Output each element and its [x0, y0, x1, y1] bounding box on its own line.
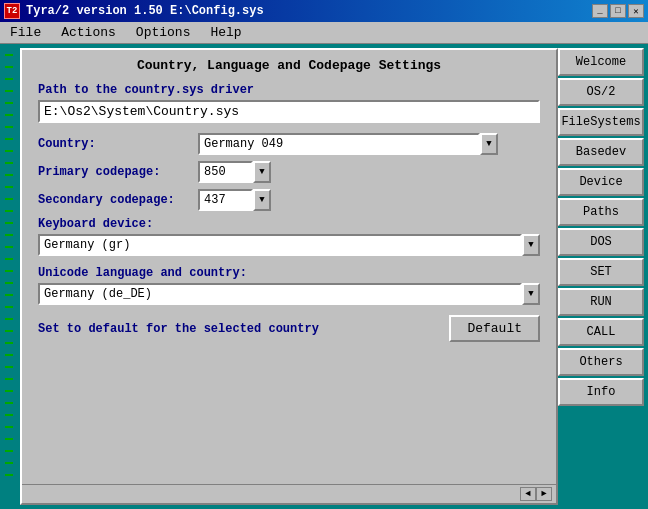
- minimize-button[interactable]: _: [592, 4, 608, 18]
- title-bar: T2 Tyra/2 version 1.50 E:\Config.sys _ □…: [0, 0, 648, 22]
- sidebar-tab-call[interactable]: CALL: [558, 318, 644, 346]
- unicode-dropdown: ▼: [38, 283, 540, 305]
- content-area: Country, Language and Codepage Settings …: [20, 48, 558, 505]
- close-button[interactable]: ✕: [628, 4, 644, 18]
- maximize-button[interactable]: □: [610, 4, 626, 18]
- form-content: Path to the country.sys driver Country: …: [22, 77, 556, 484]
- right-sidebar: Welcome OS/2 FileSystems Basedev Device …: [558, 44, 648, 509]
- primary-codepage-arrow[interactable]: ▼: [253, 161, 271, 183]
- sidebar-tab-paths[interactable]: Paths: [558, 198, 644, 226]
- secondary-codepage-label: Secondary codepage:: [38, 193, 198, 207]
- sidebar-tab-filesystems[interactable]: FileSystems: [558, 108, 644, 136]
- tick-marks: [2, 48, 16, 486]
- sidebar-tab-others[interactable]: Others: [558, 348, 644, 376]
- title-bar-left: T2 Tyra/2 version 1.50 E:\Config.sys: [4, 3, 264, 19]
- unicode-label: Unicode language and country:: [38, 266, 540, 280]
- sidebar-tab-os2[interactable]: OS/2: [558, 78, 644, 106]
- unicode-arrow[interactable]: ▼: [522, 283, 540, 305]
- title-buttons: _ □ ✕: [592, 4, 644, 18]
- keyboard-input[interactable]: [38, 234, 522, 256]
- bottom-scroll: ◄ ►: [22, 484, 556, 503]
- keyboard-arrow[interactable]: ▼: [522, 234, 540, 256]
- title-text: Tyra/2 version 1.50 E:\Config.sys: [26, 4, 264, 18]
- keyboard-dropdown: ▼: [38, 234, 540, 256]
- sidebar-tab-device[interactable]: Device: [558, 168, 644, 196]
- primary-codepage-row: Primary codepage: ▼: [38, 161, 540, 183]
- page-title: Country, Language and Codepage Settings: [22, 50, 556, 77]
- menu-file[interactable]: File: [4, 23, 47, 42]
- country-row: Country: ▼: [38, 133, 540, 155]
- menu-options[interactable]: Options: [130, 23, 197, 42]
- path-label: Path to the country.sys driver: [38, 83, 540, 97]
- default-row: Set to default for the selected country …: [38, 315, 540, 342]
- secondary-codepage-arrow[interactable]: ▼: [253, 189, 271, 211]
- menu-bar: File Actions Options Help: [0, 22, 648, 44]
- primary-codepage-input[interactable]: [198, 161, 253, 183]
- country-input[interactable]: [198, 133, 480, 155]
- main-window: Country, Language and Codepage Settings …: [0, 44, 648, 509]
- keyboard-label: Keyboard device:: [38, 217, 540, 231]
- secondary-codepage-row: Secondary codepage: ▼: [38, 189, 540, 211]
- country-arrow[interactable]: ▼: [480, 133, 498, 155]
- path-input[interactable]: [38, 100, 540, 123]
- sidebar-tab-basedev[interactable]: Basedev: [558, 138, 644, 166]
- sidebar-tab-run[interactable]: RUN: [558, 288, 644, 316]
- scroll-right-button[interactable]: ►: [536, 487, 552, 501]
- primary-codepage-label: Primary codepage:: [38, 165, 198, 179]
- default-text: Set to default for the selected country: [38, 322, 319, 336]
- primary-codepage-dropdown: ▼: [198, 161, 278, 183]
- left-gutter: [0, 44, 18, 509]
- country-label: Country:: [38, 137, 198, 151]
- scroll-left-button[interactable]: ◄: [520, 487, 536, 501]
- menu-actions[interactable]: Actions: [55, 23, 122, 42]
- menu-help[interactable]: Help: [204, 23, 247, 42]
- country-dropdown: ▼: [198, 133, 498, 155]
- sidebar-tab-welcome[interactable]: Welcome: [558, 48, 644, 76]
- sidebar-tab-info[interactable]: Info: [558, 378, 644, 406]
- sidebar-tab-dos[interactable]: DOS: [558, 228, 644, 256]
- secondary-codepage-dropdown: ▼: [198, 189, 278, 211]
- sidebar-tab-set[interactable]: SET: [558, 258, 644, 286]
- unicode-input[interactable]: [38, 283, 522, 305]
- default-button[interactable]: Default: [449, 315, 540, 342]
- app-icon: T2: [4, 3, 20, 19]
- secondary-codepage-input[interactable]: [198, 189, 253, 211]
